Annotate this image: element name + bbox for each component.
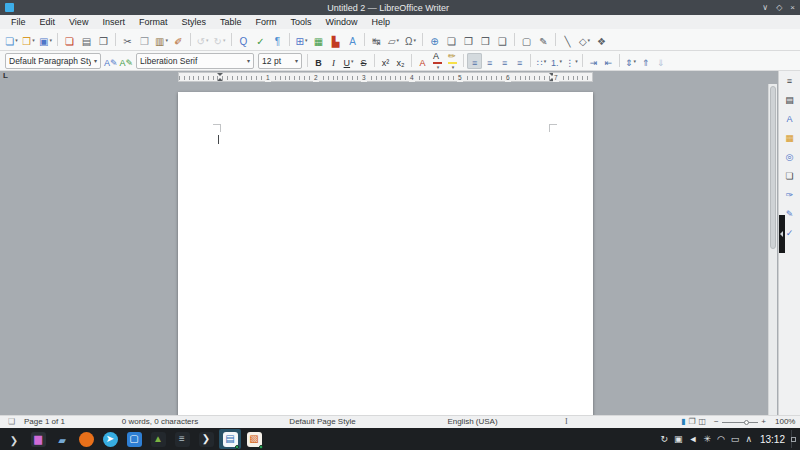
zoom-slider-knob[interactable] [744,420,749,425]
settings-sliders-app-task[interactable]: ≡ [171,429,193,449]
left-indent-marker[interactable] [217,78,223,81]
expand-tray-icon[interactable]: ∧ [745,428,752,450]
font-color-button[interactable]: A▾ [430,53,445,69]
insert-chart-button[interactable]: ▙ [327,31,344,49]
increase-indent-button[interactable]: ⇥ [586,53,601,69]
strikethrough-button[interactable]: S [356,53,371,69]
libreoffice-writer-task[interactable]: ▤ [219,429,241,449]
decrease-paragraph-spacing-button[interactable]: ⇓ [653,53,668,69]
chevron-down-icon[interactable]: ▾ [15,37,18,43]
tab-stop-selector[interactable]: L [3,71,8,81]
gallery-deck-button[interactable]: ▦ [782,131,798,145]
chevron-down-icon[interactable]: ▾ [94,57,97,64]
word-count[interactable]: 0 words, 0 characters [100,416,220,428]
insert-field-button[interactable]: ▱▾ [385,31,402,49]
zoom-level[interactable]: 100% [775,416,795,428]
decrease-indent-button[interactable]: ⇤ [601,53,616,69]
menu-form[interactable]: Form [248,15,283,29]
text-language[interactable]: English (USA) [410,416,535,428]
cut-button[interactable]: ✂ [119,31,136,49]
zoom-slider-track[interactable] [722,422,759,423]
unordered-list-button[interactable]: ∷▾ [534,53,549,69]
menu-help[interactable]: Help [364,15,397,29]
highlight-color-button[interactable]: ✏▾ [445,53,460,69]
asterisk-status-icon[interactable]: ✳ [703,428,711,450]
zoom-out-button[interactable]: − [714,416,719,428]
align-right-button[interactable]: ≡ [497,53,512,69]
maximize-button[interactable]: ◇ [776,0,782,15]
show-desktop-button[interactable] [791,430,797,448]
sidebar-settings-button[interactable]: ≡ [782,74,798,88]
wifi-icon[interactable]: ◠ [717,428,725,450]
insert-cross-reference-button[interactable]: ❑ [494,31,511,49]
redo-button[interactable]: ↻▾ [211,31,228,49]
chevron-down-icon[interactable]: ▾ [165,37,168,43]
font-name-combo[interactable]: Liberation Serif▾ [136,53,254,69]
page-style[interactable]: Default Page Style [260,416,385,428]
insert-line-button[interactable]: ╲ [559,31,576,49]
show-draw-functions-button[interactable]: ❖ [593,31,610,49]
insert-table-button[interactable]: ⊞▾ [293,31,310,49]
insert-bookmark-button[interactable]: ❒ [477,31,494,49]
find-and-replace-button[interactable]: Q [235,31,252,49]
insert-endnote-button[interactable]: ❐ [460,31,477,49]
app-launcher-task[interactable]: ❯ [3,429,25,449]
close-button[interactable]: × [790,0,795,15]
chevron-down-icon[interactable]: ▾ [49,37,52,43]
discover-software-center-task[interactable]: ▢ [123,429,145,449]
navigator-deck-button[interactable]: ◎ [782,150,798,164]
single-page-view-button[interactable]: ▮ [681,416,685,428]
superscript-button[interactable]: x² [378,53,393,69]
volume-icon[interactable]: ◄ [689,428,698,450]
menu-tools[interactable]: Tools [283,15,318,29]
undo-button[interactable]: ↺▾ [194,31,211,49]
minimize-button[interactable]: ∨ [762,0,768,15]
chevron-down-icon[interactable]: ▾ [32,37,35,43]
italic-button[interactable]: I [326,53,341,69]
menu-file[interactable]: File [4,15,33,29]
insert-special-character-button[interactable]: Ω▾ [402,31,419,49]
vertical-scrollbar[interactable] [768,84,777,415]
new-document-button[interactable]: ❏▾ [3,31,20,49]
paragraph-style-combo[interactable]: Default Paragraph Style▾ [5,53,101,69]
page-count[interactable]: Page 1 of 1 [24,416,65,428]
chevron-down-icon[interactable]: ▾ [588,37,591,43]
firefox-task[interactable] [75,429,97,449]
chevron-down-icon[interactable]: ▾ [295,57,298,64]
clone-formatting-button[interactable]: ✐ [170,31,187,49]
page-deck-button[interactable]: ❏ [782,169,798,183]
bold-button[interactable]: B [311,53,326,69]
outline-list-button[interactable]: ⋮▾ [564,53,579,69]
chevron-down-icon[interactable]: ▾ [544,58,547,64]
insert-footnote-button[interactable]: ❏ [443,31,460,49]
first-line-indent-marker[interactable] [217,73,223,76]
image-viewer-task[interactable]: ▲ [147,429,169,449]
multi-page-view-button[interactable]: ❐ [688,416,695,428]
chevron-down-icon[interactable]: ▾ [560,58,563,64]
insert-image-button[interactable]: ▦ [310,31,327,49]
zoom-slider[interactable]: − + [714,416,766,428]
underline-button[interactable]: U▾ [341,53,356,69]
chevron-down-icon[interactable]: ▾ [206,37,209,43]
zoom-in-button[interactable]: + [761,416,766,428]
terminal-konsole-task[interactable]: ❯ [195,429,217,449]
basic-shapes-button[interactable]: ◇▾ [576,31,593,49]
chevron-down-icon[interactable]: ▾ [634,58,637,64]
track-changes-button[interactable]: ✎ [535,31,552,49]
font-size-combo[interactable]: 12 pt▾ [258,53,302,69]
insert-hyperlink-button[interactable]: ⊕ [426,31,443,49]
menu-edit[interactable]: Edit [33,15,63,29]
subscript-button[interactable]: x₂ [393,53,408,69]
line-spacing-button[interactable]: ⇕▾ [623,53,638,69]
menu-window[interactable]: Window [318,15,364,29]
chevron-down-icon[interactable]: ▾ [413,37,416,43]
paste-button[interactable]: ▥▾ [153,31,170,49]
align-left-button[interactable]: ≡ [467,53,482,69]
updates-icon[interactable]: ↻ [660,428,668,450]
insert-page-break-button[interactable]: ↹ [368,31,385,49]
spelling-check-button[interactable]: ✓ [252,31,269,49]
chevron-down-icon[interactable]: ▾ [437,64,440,70]
menu-view[interactable]: View [62,15,95,29]
document-page[interactable] [178,92,593,415]
battery-icon[interactable]: ▭ [731,428,740,450]
